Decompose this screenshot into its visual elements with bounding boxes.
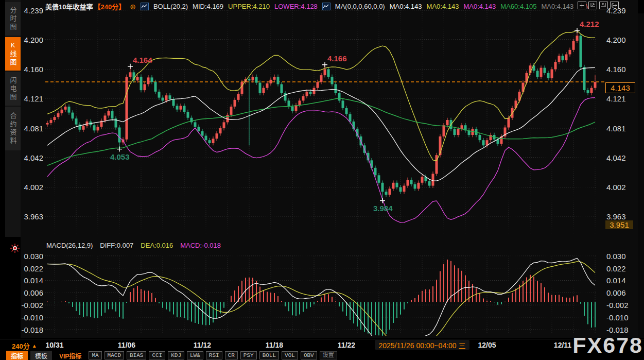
price-annotation-high: 4.164 — [133, 56, 152, 64]
ma-value: MA0:4.143 — [541, 3, 573, 10]
chart-header: 美债10年收益率 【240分】 ⊕ BOLL(20,2) MID:4.169 U… — [45, 2, 588, 11]
boll-upper-value: UPPER:4.210 — [228, 3, 270, 10]
macd-axis-label-left: 0.006 — [20, 288, 43, 297]
y-axis-label-left: 4.121 — [20, 94, 43, 103]
y-axis-label-right: 4.002 — [606, 183, 630, 192]
candlestick-chart[interactable] — [0, 0, 644, 360]
macd-axis-label-left: 0.030 — [20, 252, 43, 261]
macd-header: MACD(26,12,9) DIFF:0.007 DEA:0.016 MACD:… — [46, 242, 221, 249]
period-label: 【240分】 — [94, 2, 125, 11]
y-axis-label-left: 4.002 — [20, 183, 43, 192]
mini-chart-icon[interactable] — [141, 3, 149, 10]
macd-axis-label-left: -0.018 — [20, 325, 43, 334]
scrollbar[interactable] — [638, 13, 644, 338]
sidebar: 分时图K线图闪电图合约资料 — [5, 0, 21, 237]
y-axis-label-left: 3.963 — [20, 212, 43, 221]
ma-value: MA0:4.143 — [427, 3, 459, 10]
boll-label: BOLL(20,2) — [153, 3, 188, 10]
indicator-button-kdj[interactable]: KDJ — [168, 351, 184, 359]
macd-axis-label-right: 0.022 — [606, 264, 630, 273]
macd-axis-label-left: -0.010 — [20, 313, 43, 322]
y-axis-label-right: 4.042 — [606, 153, 630, 162]
price-annotation-low: 3.984 — [373, 204, 393, 213]
bottom-toolbar: 指标模板VIP指标MAMACDBIASCCIKDJLW&RSICRPSYBOLL… — [6, 351, 337, 359]
indicator-button-cci[interactable]: CCI — [149, 351, 165, 359]
price-annotation-high: 4.166 — [327, 54, 347, 63]
y-axis-label-left: 4.160 — [20, 65, 43, 74]
indicator-button-boll[interactable]: BOLL — [259, 351, 279, 359]
macd-axis-label-left: -0.002 — [20, 301, 43, 310]
ma-value: MA0:4.143 — [390, 3, 422, 10]
tab-templates[interactable]: 模板 — [30, 351, 52, 360]
x-axis: 240分 ▲ 10/3111/0611/1211/1811/2212/0512/… — [0, 339, 644, 351]
macd-diff-value: DIFF:0.007 — [100, 242, 133, 249]
y-axis-label-right: 4.200 — [606, 36, 630, 44]
sidebar-item-k-line-chart[interactable]: K线图 — [5, 37, 21, 71]
x-axis-label: 11/18 — [251, 341, 298, 349]
sidebar-item-time-chart[interactable]: 分时图 — [5, 2, 21, 36]
boll-lower-value: LOWER:4.128 — [274, 3, 318, 10]
x-axis-label: 11/06 — [103, 341, 150, 349]
macd-axis-label-right: 0.006 — [606, 288, 630, 297]
indicator-button-macd[interactable]: MACD — [105, 351, 124, 359]
sidebar-item-flash-chart[interactable]: 闪电图 — [5, 72, 21, 106]
x-axis-label: 11/22 — [323, 341, 370, 349]
circle-plus-icon[interactable]: ⊕ — [130, 4, 136, 10]
pan-icon[interactable] — [578, 2, 586, 9]
indicator-button-lw&[interactable]: LW& — [187, 351, 203, 359]
scale-y-axis-icon[interactable] — [588, 2, 597, 9]
y-axis-label-left: 4.200 — [20, 36, 43, 44]
y-axis-label-right: 4.121 — [606, 94, 630, 103]
sidebar-item-contract-info[interactable]: 合约资料 — [5, 107, 21, 150]
timeframe-label: 240分 — [12, 341, 30, 351]
y-axis-label-left: 4.081 — [20, 124, 43, 133]
x-axis-label: 10/31 — [31, 341, 78, 349]
x-axis-highlighted-range: 2025/11/26 00:00~04:00 三 — [375, 340, 469, 350]
price-annotation-high: 4.212 — [580, 20, 599, 28]
x-axis-label: 11/12 — [179, 341, 225, 349]
ma-value: MA60:4.105 — [500, 3, 536, 10]
last-price-badge: 4.143 — [605, 82, 635, 93]
mini-chart-icon[interactable] — [322, 3, 330, 10]
tab-indicators[interactable]: 指标 — [6, 351, 28, 360]
indicator-button-bias[interactable]: BIAS — [127, 351, 146, 359]
y-axis-label-right: 4.160 — [606, 65, 630, 74]
macd-axis-label-right: -0.010 — [606, 313, 630, 322]
indicator-button-rsi[interactable]: RSI — [206, 351, 222, 359]
y-axis-label-right: 3.963 — [606, 212, 630, 221]
tab-vip-indicators[interactable]: VIP指标 — [55, 351, 86, 360]
ma-group-label: MA(0,0,0,60,0,0) — [335, 3, 385, 10]
x-axis-label: 12/05 — [464, 341, 510, 349]
ma-values: MA0:4.143MA0:4.143MA0:4.143MA60:4.105MA0… — [390, 3, 588, 10]
lowest-price-badge: 3.951 — [605, 220, 633, 229]
watermark: FX678 — [572, 333, 643, 358]
macd-axis-label-right: -0.002 — [606, 301, 630, 310]
macd-axis-label-left: 0.014 — [20, 276, 43, 285]
indicator-button-obv[interactable]: OBV — [301, 351, 317, 359]
macd-params-label: MACD(26,12,9) — [46, 242, 93, 249]
macd-axis-label-left: 0.022 — [20, 264, 43, 273]
y-axis-label-right: 4.239 — [606, 6, 630, 15]
macd-axis-label-right: 0.014 — [606, 276, 630, 285]
y-axis-label-left: 4.042 — [20, 153, 43, 162]
macd-macd-value: MACD:-0.018 — [180, 242, 221, 249]
macd-axis-label-right: 0.030 — [606, 252, 630, 261]
symbol-title: 美债10年收益率 — [45, 2, 93, 11]
y-axis-label-left: 4.239 — [20, 6, 43, 15]
live-indicator-icon — [10, 244, 20, 255]
y-axis-label-right: 4.081 — [606, 124, 630, 133]
macd-dea-value: DEA:0.016 — [141, 242, 173, 249]
indicator-button-ma[interactable]: MA — [89, 351, 101, 359]
boll-mid-value: MID:4.169 — [193, 3, 223, 10]
indicator-button-设置[interactable]: 设置 — [320, 351, 337, 359]
ma-value: MA0:4.143 — [463, 3, 496, 10]
indicator-button-vol[interactable]: VOL — [282, 351, 298, 359]
indicator-button-psy[interactable]: PSY — [240, 351, 257, 359]
price-annotation-low: 4.053 — [110, 152, 130, 161]
indicator-button-cr[interactable]: CR — [225, 351, 238, 359]
